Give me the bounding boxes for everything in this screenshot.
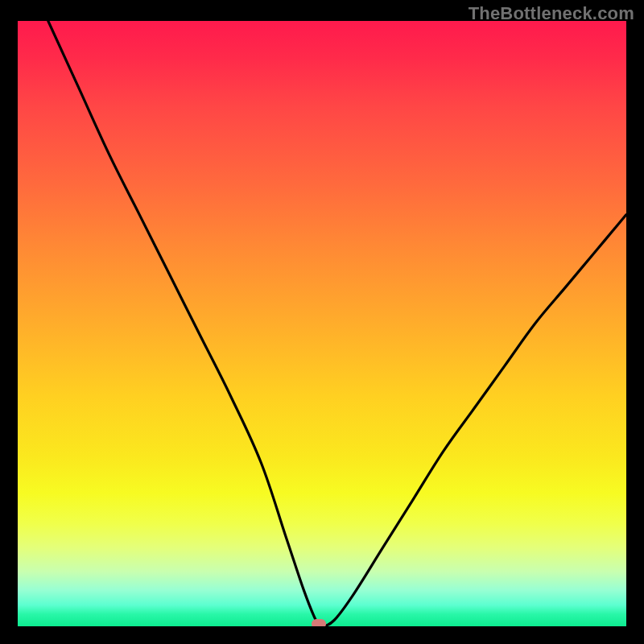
chart-frame: TheBottleneck.com [0,0,644,644]
watermark-text: TheBottleneck.com [469,3,634,24]
plot-area [18,21,626,626]
optimal-point-marker [312,619,326,626]
bottleneck-curve [18,21,626,626]
